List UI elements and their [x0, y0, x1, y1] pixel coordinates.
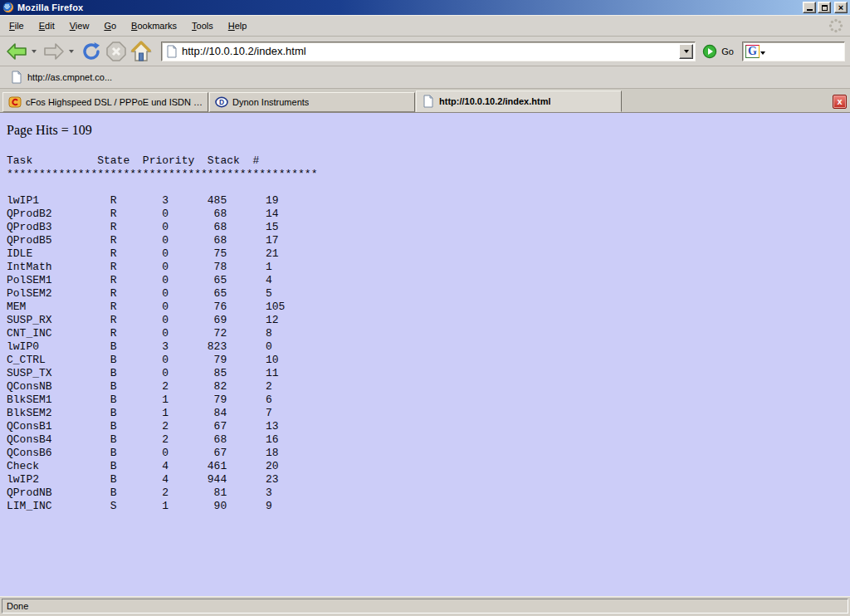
bookmark-item[interactable]: http://as.cmpnet.co...: [7, 69, 115, 86]
table-row: lwIP2B494423: [7, 473, 850, 486]
cell-num: 19: [266, 194, 279, 208]
cell-state: B: [110, 473, 162, 486]
cell-prio: 0: [162, 287, 169, 301]
table-row: LIM_INCS1909: [7, 500, 850, 513]
menu-item-tools[interactable]: Tools: [186, 18, 219, 33]
bookmark-label: http://as.cmpnet.co...: [27, 72, 112, 82]
table-row: MEMR076105: [7, 301, 850, 314]
cell-prio: 4: [162, 473, 169, 486]
forward-button[interactable]: [42, 41, 66, 62]
cell-state: B: [110, 486, 162, 500]
tab-3[interactable]: http://10.0.10.2/index.html: [416, 90, 622, 112]
stop-button[interactable]: [105, 40, 128, 63]
throbber-icon: [828, 18, 843, 33]
cell-stack: 81: [169, 486, 227, 500]
cell-stack: 76: [169, 301, 227, 314]
menu-items: FileEditViewGoBookmarksToolsHelp: [3, 21, 256, 31]
cell-prio: 2: [162, 420, 169, 433]
cell-state: R: [110, 287, 162, 301]
tab-bar: cFos Highspeed DSL / PPPoE und ISDN CAP.…: [0, 89, 850, 113]
page-icon: [165, 45, 178, 58]
cell-name: C_CTRL: [7, 354, 110, 367]
cell-num: 8: [266, 327, 272, 340]
dynon-icon: D: [215, 95, 228, 109]
cell-stack: 823: [169, 340, 227, 354]
url-dropdown-button[interactable]: [679, 44, 693, 59]
cell-name: BlkSEM2: [7, 407, 110, 420]
cell-stack: 485: [169, 194, 227, 208]
cell-stack: 72: [169, 327, 227, 340]
menu-item-file[interactable]: File: [3, 18, 30, 33]
home-button[interactable]: [129, 40, 153, 63]
cell-name: QProdNB: [7, 486, 110, 500]
cfos-icon: [8, 95, 22, 109]
cell-num: 9: [266, 500, 272, 513]
go-button[interactable]: Go: [702, 44, 734, 59]
cell-prio: 0: [162, 221, 169, 234]
cell-name: QProdB2: [7, 208, 110, 221]
reload-button[interactable]: [80, 40, 103, 63]
svg-text:D: D: [219, 98, 224, 106]
cell-num: 5: [266, 287, 272, 301]
cell-state: B: [110, 460, 162, 473]
search-input[interactable]: [765, 45, 842, 58]
go-label: Go: [721, 46, 734, 56]
tab-1[interactable]: cFos Highspeed DSL / PPPoE und ISDN CAP.…: [2, 92, 208, 112]
cell-num: 15: [266, 221, 279, 234]
cell-state: B: [110, 354, 162, 367]
home-icon: [130, 41, 152, 62]
table-row: PolSEM1R0654: [7, 274, 850, 287]
cell-state: B: [110, 407, 162, 420]
cell-name: IDLE: [7, 247, 110, 261]
cell-name: SUSP_RX: [7, 314, 110, 327]
menu-item-go[interactable]: Go: [98, 18, 122, 33]
cell-name: QProdB3: [7, 221, 110, 234]
cell-name: IntMath: [7, 261, 110, 274]
navigation-toolbar: Go G: [0, 37, 850, 66]
minimize-icon: [807, 9, 813, 11]
back-button[interactable]: [5, 41, 28, 62]
cell-prio: 1: [162, 407, 169, 420]
cell-prio: 0: [162, 208, 169, 221]
cell-state: R: [110, 261, 162, 274]
cell-stack: 79: [169, 394, 227, 407]
task-table: Task State Priority Stack # ************…: [7, 154, 850, 513]
cell-state: R: [110, 314, 162, 327]
cell-name: lwIP1: [7, 194, 110, 208]
menu-item-help[interactable]: Help: [222, 18, 253, 33]
search-box[interactable]: G: [742, 42, 845, 61]
close-button[interactable]: ×: [834, 2, 848, 13]
window-title: Mozilla Firefox: [17, 2, 83, 12]
cell-name: lwIP2: [7, 473, 110, 486]
cell-prio: 0: [162, 247, 169, 261]
cell-num: 1: [266, 261, 272, 274]
tab-label: http://10.0.10.2/index.html: [439, 96, 550, 106]
table-row: C_CTRLB07910: [7, 354, 850, 367]
minimize-button[interactable]: [803, 2, 816, 13]
cell-prio: 0: [162, 367, 169, 380]
menu-item-edit[interactable]: Edit: [33, 18, 61, 33]
google-icon: G: [745, 45, 760, 58]
cell-state: R: [110, 247, 162, 261]
restore-button[interactable]: [818, 2, 831, 13]
tab-label: Dynon Instruments: [232, 97, 309, 107]
close-tab-button[interactable]: x: [833, 95, 847, 109]
cell-stack: 67: [169, 447, 227, 460]
cell-prio: 1: [162, 500, 169, 513]
table-row: BlkSEM1B1796: [7, 394, 850, 407]
cell-stack: 85: [169, 367, 227, 380]
table-row: SUSP_TXB08511: [7, 367, 850, 380]
back-history-caret[interactable]: [30, 37, 37, 66]
forward-history-caret[interactable]: [67, 37, 75, 66]
cell-state: R: [110, 194, 162, 208]
cell-stack: 68: [169, 221, 227, 234]
address-bar[interactable]: [161, 42, 696, 61]
tab-2[interactable]: DDynon Instruments: [209, 92, 415, 112]
table-row: QProdB3R06815: [7, 221, 850, 234]
cell-stack: 90: [169, 500, 227, 513]
cell-name: QConsB6: [7, 447, 110, 460]
url-input[interactable]: [178, 44, 679, 59]
menu-item-bookmarks[interactable]: Bookmarks: [125, 18, 183, 33]
cell-state: R: [110, 274, 162, 287]
menu-item-view[interactable]: View: [64, 18, 95, 33]
